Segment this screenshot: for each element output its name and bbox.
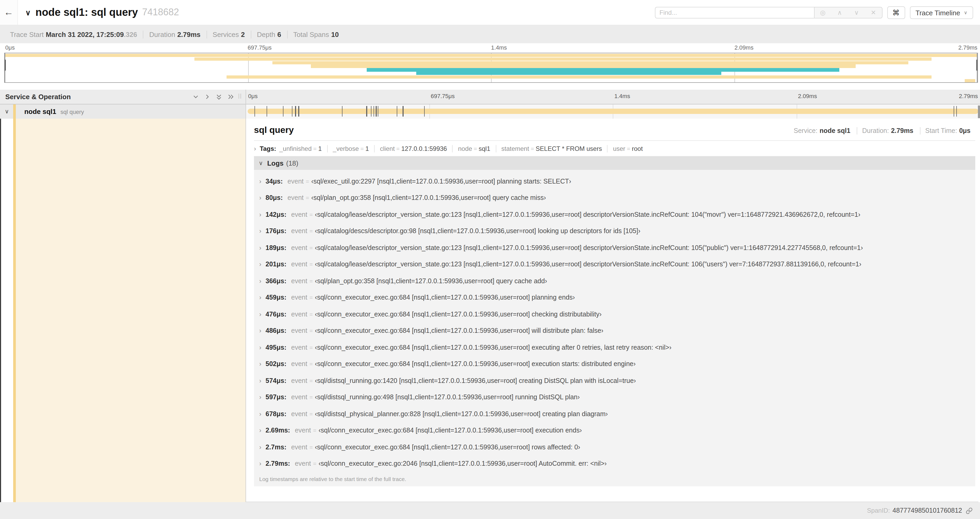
chevron-right-icon: › <box>259 444 261 451</box>
tag-value: 1 <box>318 145 322 152</box>
chevron-right-icon: › <box>259 311 261 318</box>
tags-label: Tags: <box>260 145 276 152</box>
chevron-right-icon: › <box>259 427 261 434</box>
log-row[interactable]: › 459μs: event = ‹sql/conn_executor_exec… <box>254 289 975 306</box>
log-row[interactable]: › 366μs: event = ‹sql/plan_opt.go:358 [n… <box>254 273 975 289</box>
minimap-canvas[interactable] <box>4 53 978 83</box>
overview-value: node sql1 <box>819 127 850 134</box>
log-value: ‹sql/catalog/lease/descriptor_version_st… <box>315 261 861 268</box>
span-row-name-cell[interactable]: ∨ node sql1 sql query <box>0 104 245 119</box>
page-title: node sql1: sql query <box>35 6 138 18</box>
log-marker <box>374 106 374 117</box>
tag-item: client=127.0.0.1:59936 <box>374 145 452 152</box>
minimap-left-scrubber[interactable] <box>5 53 5 82</box>
logs-header[interactable]: ∨ Logs (18) <box>254 156 975 170</box>
collapse-one-icon[interactable] <box>193 94 199 100</box>
scrubber-grip[interactable] <box>976 60 978 71</box>
log-value: ‹sql/conn_executor_exec.go:684 [nsql1,cl… <box>315 444 580 451</box>
trace-info-value: 6 <box>277 30 281 38</box>
expand-one-icon[interactable] <box>204 94 210 100</box>
log-value: ‹sql/catalog/lease/descriptor_version_st… <box>315 211 860 218</box>
log-row[interactable]: › 597μs: event = ‹sql/distsql_running.go… <box>254 389 975 406</box>
minimap-span-bar <box>965 79 975 82</box>
span-id-value: 4877749850101760812 <box>892 507 962 514</box>
log-key: event <box>291 444 307 451</box>
tag-value: SELECT * FROM users <box>536 145 602 152</box>
log-row[interactable]: › 574μs: event = ‹sql/distsql_running.go… <box>254 372 975 389</box>
collapse-trace-icon[interactable]: ∨ <box>25 8 31 17</box>
log-row[interactable]: › 2.69ms: event = ‹sql/conn_executor_exe… <box>254 422 975 439</box>
expand-collapse-controls <box>193 94 234 100</box>
trace-info-value: 10 <box>331 30 339 38</box>
expand-all-icon[interactable] <box>228 94 234 100</box>
view-selector-button[interactable]: Trace Timeline ∨ <box>910 6 973 19</box>
log-timestamp: 597μs: <box>266 394 286 401</box>
chevron-down-icon[interactable]: ∨ <box>853 9 860 16</box>
chevron-right-icon: › <box>259 410 261 418</box>
back-button[interactable]: ← <box>0 0 18 25</box>
minimap-span-bar <box>311 65 856 68</box>
chevron-right-icon: › <box>259 194 261 202</box>
log-value: ‹sql/distsql_running.go:498 [nsql1,clien… <box>315 394 579 401</box>
log-equals: = <box>309 394 313 401</box>
tick-label: 1.4ms <box>614 93 630 99</box>
detail-footer: SpanID: 4877749850101760812 <box>0 502 980 519</box>
tags-row[interactable]: › Tags: _unfinished=1 _verbose=1 client=… <box>254 141 975 156</box>
log-row[interactable]: › 176μs: event = ‹sql/catalog/descs/desc… <box>254 223 975 240</box>
find-input[interactable] <box>655 7 814 18</box>
chevron-up-icon[interactable]: ∧ <box>836 9 843 16</box>
chevron-down-icon[interactable]: ∨ <box>5 108 9 115</box>
log-equals: = <box>309 211 313 218</box>
span-detail-header[interactable]: sql query Service:node sql1 Duration:2.7… <box>254 125 975 136</box>
deep-link-icon[interactable] <box>966 507 973 514</box>
log-timestamp: 176μs: <box>266 228 286 235</box>
header-toolbar: ◎ ∧ ∨ ✕ ⌘ Trace Timeline ∨ <box>655 7 973 18</box>
log-equals: = <box>306 195 309 201</box>
collapse-all-icon[interactable] <box>216 94 222 100</box>
trace-info-label: Trace Start <box>10 30 44 38</box>
tag-equals: = <box>360 145 364 152</box>
span-duration-bar[interactable] <box>248 109 978 114</box>
log-row[interactable]: › 502μs: event = ‹sql/conn_executor_exec… <box>254 356 975 372</box>
log-row[interactable]: › 34μs: event = ‹sql/exec_util.go:2297 [… <box>254 173 975 190</box>
log-key: event <box>291 410 307 418</box>
log-row[interactable]: › 495μs: event = ‹sql/conn_executor_exec… <box>254 339 975 356</box>
log-equals: = <box>313 461 317 467</box>
column-resizer-handle[interactable]: || <box>238 93 242 99</box>
locate-icon[interactable]: ◎ <box>819 9 826 16</box>
tick-label: 2.09ms <box>735 44 753 51</box>
span-detail-panel: sql query Service:node sql1 Duration:2.7… <box>246 119 978 502</box>
log-marker <box>403 106 404 117</box>
log-equals: = <box>309 228 313 235</box>
app-header: ← ∨ node sql1: sql query 7418682 ◎ ∧ ∨ ✕… <box>0 0 980 25</box>
vertical-scrollbar-thumb[interactable] <box>978 105 980 118</box>
log-row[interactable]: › 2.7ms: event = ‹sql/conn_executor_exec… <box>254 439 975 455</box>
view-selector-label: Trace Timeline <box>915 9 960 17</box>
log-marker <box>376 106 377 117</box>
log-row[interactable]: › 142μs: event = ‹sql/catalog/lease/desc… <box>254 206 975 223</box>
log-timestamp: 80μs: <box>266 194 283 202</box>
tick-label: 2.09ms <box>798 93 817 99</box>
minimap-right-scrubber[interactable] <box>977 53 977 82</box>
logs-section: ∨ Logs (18) › 34μs: event = ‹sql/exec_ut… <box>254 156 975 486</box>
log-row[interactable]: › 678μs: event = ‹sql/distsql_physical_p… <box>254 406 975 422</box>
trace-info-value: 2 <box>241 30 245 38</box>
log-row[interactable]: › 2.79ms: event = ‹sql/conn_executor_exe… <box>254 455 975 472</box>
log-row[interactable]: › 189μs: event = ‹sql/catalog/lease/desc… <box>254 240 975 256</box>
log-row[interactable]: › 80μs: event = ‹sql/plan_opt.go:358 [ns… <box>254 190 975 206</box>
overview-value: 2.79ms <box>891 127 913 134</box>
keyboard-shortcuts-button[interactable]: ⌘ <box>887 6 905 19</box>
find-tools: ◎ ∧ ∨ ✕ <box>814 7 882 18</box>
log-row[interactable]: › 476μs: event = ‹sql/conn_executor_exec… <box>254 306 975 323</box>
trace-info-label: Total Spans <box>293 30 329 38</box>
log-timestamp: 2.79ms: <box>266 460 290 468</box>
clear-search-icon[interactable]: ✕ <box>870 9 877 16</box>
span-service-name: node sql1 <box>24 108 56 115</box>
scrubber-grip[interactable] <box>4 60 6 71</box>
log-row[interactable]: › 486μs: event = ‹sql/conn_executor_exec… <box>254 323 975 339</box>
log-row[interactable]: › 201μs: event = ‹sql/catalog/lease/desc… <box>254 256 975 273</box>
log-key: event <box>291 344 307 351</box>
log-timestamp: 486μs: <box>266 327 286 335</box>
log-value: ‹sql/catalog/descs/descriptor.go:98 [nsq… <box>315 228 640 235</box>
chevron-right-icon: › <box>259 294 261 302</box>
